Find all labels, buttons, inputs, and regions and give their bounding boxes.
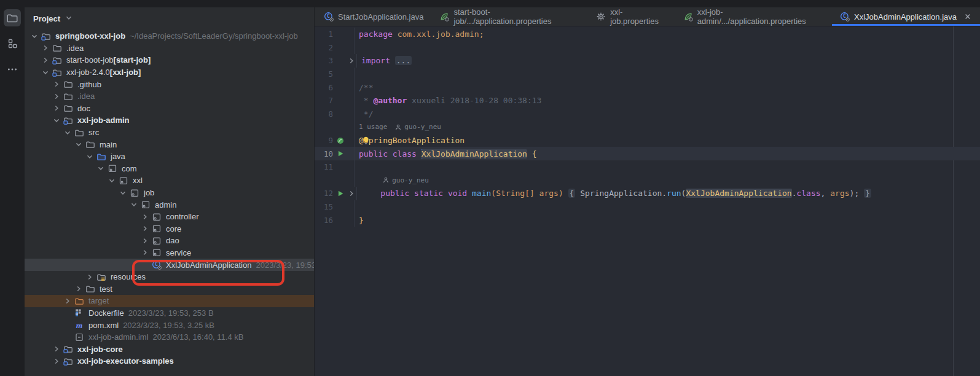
- chevron-right-icon[interactable]: [52, 103, 61, 113]
- chevron-down-icon[interactable]: [107, 176, 117, 186]
- tree-item-core[interactable]: core: [25, 223, 314, 235]
- code-token: /**: [359, 83, 373, 92]
- close-icon[interactable]: [963, 12, 972, 21]
- chevron-spacer: [63, 308, 73, 318]
- chevron-right-icon[interactable]: [85, 272, 95, 282]
- chevron-right-icon[interactable]: [74, 284, 84, 294]
- tree-item-job[interactable]: job: [25, 187, 314, 199]
- code-token: );: [850, 189, 860, 198]
- chevron-right-icon[interactable]: [140, 248, 150, 257]
- intention-bulb-icon[interactable]: [363, 136, 369, 147]
- code-inlay-row[interactable]: guo-y_neu: [315, 174, 980, 187]
- tree-item-idea[interactable]: .idea: [25, 42, 314, 55]
- code-line-12[interactable]: 12 public static void main(String[] args…: [315, 187, 980, 200]
- tree-item-github[interactable]: .github: [25, 78, 314, 90]
- chevron-right-icon[interactable]: [140, 236, 150, 246]
- chevron-right-icon[interactable]: [52, 344, 61, 354]
- class-icon: C: [840, 12, 850, 22]
- tree-item-pom-xml[interactable]: mpom.xml2023/3/23, 19:53, 3.25 kB: [25, 319, 314, 331]
- tree-item-src[interactable]: src: [25, 127, 314, 139]
- code-line-6[interactable]: 6/**: [315, 80, 980, 94]
- tree-item-xxljobadminapplication[interactable]: CXxlJobAdminApplication2023/3/23, 19:53,…: [25, 259, 314, 271]
- tree-item-dao[interactable]: dao: [25, 235, 314, 247]
- tree-item-springboot-xxl-job[interactable]: springboot-xxl-job~/IdeaProjects/SoftLea…: [25, 30, 314, 42]
- code-line-10[interactable]: 10public class XxlJobAdminApplication {: [315, 147, 980, 160]
- chevron-down-icon[interactable]: [29, 31, 39, 41]
- tree-item-label: resources: [111, 272, 146, 281]
- code-text: * @author xuxueli 2018-10-28 00:38:13: [355, 96, 541, 105]
- editor-tab-xxljobadminapplication-java[interactable]: CXxlJobAdminApplication.java: [832, 7, 980, 26]
- tab-label: StartJobApplication.java: [338, 12, 423, 22]
- tree-item-xxl-job-2-4-0[interactable]: xxl-job-2.4.0 [xxl-job]: [25, 66, 314, 79]
- code-line-9[interactable]: 9@SpringBootApplication: [315, 134, 980, 147]
- code-line-1[interactable]: 1package com.xxl.job.admin;: [315, 28, 980, 41]
- line-number: 16: [315, 216, 333, 225]
- code-inlay-row[interactable]: 1 usageguo-y_neu: [315, 120, 980, 134]
- chevron-right-icon[interactable]: [52, 92, 61, 101]
- tree-item-xxl-job-executor-samples[interactable]: xxl-job-executor-samples: [25, 355, 314, 367]
- project-panel-title: Project: [33, 14, 60, 23]
- editor-tab-xxl-job-properties[interactable]: xxl-job.properties: [588, 7, 675, 26]
- code-line-3[interactable]: 3import ...: [315, 54, 980, 68]
- tree-item-idea[interactable]: .idea: [25, 90, 314, 103]
- chevron-right-icon[interactable]: [41, 55, 50, 65]
- chevron-right-icon[interactable]: [63, 296, 73, 306]
- project-panel-header[interactable]: Project: [25, 7, 314, 30]
- tree-item-main[interactable]: main: [25, 138, 314, 151]
- tree-item-label: xxl-job-core: [77, 345, 123, 354]
- code-line-2[interactable]: 2: [315, 41, 980, 55]
- editor-tab-startjobapplication-java[interactable]: CStartJobApplication.java: [316, 7, 431, 26]
- code-area[interactable]: 1package com.xxl.job.admin;23import ...5…: [315, 26, 980, 376]
- rail-button-more[interactable]: [4, 61, 21, 78]
- chevron-right-icon[interactable]: [52, 356, 61, 366]
- tree-item-target[interactable]: target: [25, 295, 314, 307]
- code-line-15[interactable]: 15: [315, 200, 980, 214]
- rail-button-project[interactable]: [4, 9, 21, 26]
- chevron-right-icon[interactable]: [140, 224, 150, 233]
- code-vision-inlay[interactable]: 1 usageguo-y_neu: [359, 120, 441, 134]
- tree-item-doc[interactable]: doc: [25, 103, 314, 115]
- tab-label: xxl-job-admin/.../application.properties: [697, 7, 824, 26]
- editor-tab-start-boot-job-application-properties[interactable]: start-boot-job/.../application.propertie…: [431, 7, 588, 26]
- tree-item-xxl-job-admin[interactable]: xxl-job-admin: [25, 114, 314, 127]
- spring-gutter-icon[interactable]: [334, 136, 347, 145]
- chevron-down-icon[interactable]: [96, 163, 106, 173]
- code-line-5[interactable]: 5: [315, 68, 980, 81]
- tree-item-java[interactable]: java: [25, 151, 314, 163]
- chevron-down-icon[interactable]: [63, 128, 73, 138]
- chevron-down-icon[interactable]: [41, 68, 50, 77]
- tree-item-resources[interactable]: resources: [25, 271, 314, 283]
- tree-item-service[interactable]: service: [25, 247, 314, 259]
- chevron-right-icon[interactable]: [52, 79, 61, 89]
- tree-item-start-boot-job[interactable]: start-boot-job [start-job]: [25, 54, 314, 66]
- tree-item-xxl[interactable]: xxl: [25, 174, 314, 187]
- rail-button-structure[interactable]: [4, 35, 21, 52]
- chevron-down-icon[interactable]: [129, 200, 139, 210]
- code-line-8[interactable]: 8 */: [315, 108, 980, 121]
- run-gutter-icon[interactable]: [334, 189, 347, 198]
- line-number: 7: [315, 96, 333, 105]
- chevron-down-icon[interactable]: [118, 188, 128, 198]
- tree-item-xxl-job-core[interactable]: xxl-job-core: [25, 343, 314, 355]
- code-line-7[interactable]: 7 * @author xuxueli 2018-10-28 00:38:13: [315, 94, 980, 108]
- code-text: /**: [355, 83, 373, 92]
- source-folder-icon: [96, 152, 106, 162]
- chevron-down-icon[interactable]: [85, 152, 95, 162]
- chevron-down-icon[interactable]: [52, 116, 61, 125]
- code-line-16[interactable]: 16}: [315, 213, 980, 227]
- tree-item-xxl-job-admin-iml[interactable]: xxl-job-admin.iml2023/6/13, 16:40, 11.4 …: [25, 331, 314, 343]
- tree-item-admin[interactable]: admin: [25, 198, 314, 211]
- editor-tab-xxl-job-admin-application-properties[interactable]: xxl-job-admin/.../application.properties: [675, 7, 832, 26]
- chevron-right-icon[interactable]: [140, 212, 150, 222]
- fold-arrow-icon[interactable]: [347, 189, 356, 198]
- tree-item-com[interactable]: com: [25, 163, 314, 175]
- tree-item-controller[interactable]: controller: [25, 211, 314, 223]
- tree-item-dockerfile[interactable]: DDockerfile2023/3/23, 19:53, 253 B: [25, 307, 314, 319]
- chevron-down-icon[interactable]: [74, 139, 84, 149]
- chevron-right-icon[interactable]: [41, 43, 50, 53]
- fold-arrow-icon[interactable]: [347, 56, 356, 66]
- run-gutter-icon[interactable]: [334, 149, 347, 158]
- code-line-11[interactable]: 11: [315, 160, 980, 174]
- code-vision-inlay[interactable]: guo-y_neu: [378, 174, 429, 187]
- tree-item-test[interactable]: test: [25, 283, 314, 295]
